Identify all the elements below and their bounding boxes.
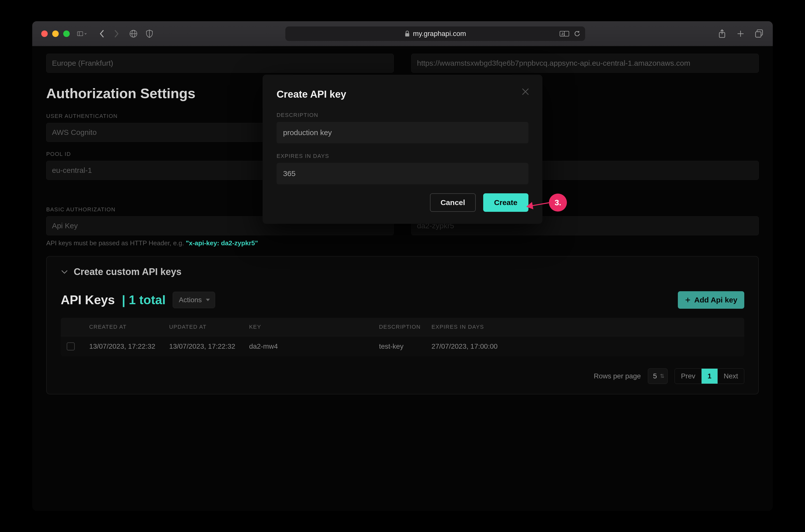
modal-close-button[interactable] <box>521 87 530 97</box>
actions-label: Actions <box>179 296 202 304</box>
col-description: DESCRIPTION <box>379 324 431 330</box>
cell-desc: test-key <box>379 342 431 350</box>
annotation-step-3: 3. <box>527 194 567 212</box>
close-icon <box>521 87 530 96</box>
endpoint-field: https://wwamstsxwbgd3fqe6b7pnpbvcq.appsy… <box>411 54 759 73</box>
api-keys-panel: Create custom API keys API Keys | 1 tota… <box>46 256 759 394</box>
browser-chrome: my.graphapi.com あ <box>32 21 773 46</box>
table-row[interactable]: 13/07/2023, 17:22:32 13/07/2023, 17:22:3… <box>61 336 744 356</box>
translate-icon[interactable]: あ <box>560 30 569 37</box>
next-page-button[interactable]: Next <box>718 369 744 384</box>
svg-rect-6 <box>405 33 409 36</box>
panel-toggle[interactable]: Create custom API keys <box>61 266 744 277</box>
prev-page-button[interactable]: Prev <box>675 369 701 384</box>
description-label: DESCRIPTION <box>277 112 528 118</box>
close-window-button[interactable] <box>41 31 48 37</box>
svg-rect-8 <box>564 31 569 36</box>
helper-text: API keys must be passed as HTTP Header, … <box>46 239 394 247</box>
col-created: CREATED AT <box>89 324 169 330</box>
new-tab-button[interactable] <box>736 29 745 38</box>
url-text: my.graphapi.com <box>413 30 466 38</box>
shield-icon <box>146 30 153 38</box>
lock-icon <box>405 31 410 37</box>
website-settings-button[interactable] <box>129 29 138 38</box>
arrow-icon <box>528 202 550 207</box>
browser-window: my.graphapi.com あ Europe (Fran <box>32 21 773 511</box>
panel-toggle-label: Create custom API keys <box>74 266 182 277</box>
add-api-key-button[interactable]: Add Api key <box>678 291 744 309</box>
cell-key: da2-mw4 <box>249 342 379 350</box>
reload-icon[interactable] <box>574 30 581 37</box>
rows-per-page-label: Rows per page <box>594 372 641 380</box>
cell-updated: 13/07/2023, 17:22:32 <box>169 342 249 350</box>
cell-expires: 27/07/2023, 17:00:00 <box>431 342 744 350</box>
address-bar[interactable]: my.graphapi.com あ <box>285 26 585 41</box>
create-api-key-modal: Create API key DESCRIPTION EXPIRES IN DA… <box>263 75 542 224</box>
expires-label: EXPIRES IN DAYS <box>277 153 528 159</box>
sidebar-button[interactable] <box>77 29 87 38</box>
tabs-icon <box>755 30 763 38</box>
share-icon <box>718 29 726 38</box>
back-button[interactable] <box>97 29 107 38</box>
tabs-button[interactable] <box>754 29 764 38</box>
cell-created: 13/07/2023, 17:22:32 <box>89 342 169 350</box>
modal-title: Create API key <box>277 89 528 100</box>
helper-code: "x-api-key: da2-zypkr5" <box>186 239 258 247</box>
chevron-down-icon <box>85 32 87 36</box>
region-field: Europe (Frankfurt) <box>46 54 394 73</box>
rows-per-page-select[interactable]: 5 <box>648 368 668 384</box>
add-api-key-label: Add Api key <box>694 296 737 304</box>
plus-icon <box>685 297 691 303</box>
privacy-report-button[interactable] <box>145 29 154 38</box>
chevron-down-icon <box>61 269 68 274</box>
svg-rect-0 <box>77 32 83 36</box>
col-key: KEY <box>249 324 379 330</box>
minimize-window-button[interactable] <box>52 31 59 37</box>
description-input[interactable] <box>277 122 528 144</box>
create-button[interactable]: Create <box>483 193 528 212</box>
row-checkbox[interactable] <box>67 342 75 350</box>
expires-input[interactable] <box>277 163 528 184</box>
traffic-lights <box>41 31 70 37</box>
api-keys-count: | 1 total <box>122 293 166 307</box>
actions-dropdown[interactable]: Actions <box>173 292 215 308</box>
step-badge: 3. <box>549 194 567 212</box>
api-keys-table: CREATED AT UPDATED AT KEY DESCRIPTION EX… <box>61 318 744 356</box>
page-number-1[interactable]: 1 <box>701 369 718 384</box>
pagination: Rows per page 5 Prev 1 Next <box>61 368 744 384</box>
plus-icon <box>737 30 744 37</box>
svg-text:あ: あ <box>561 32 565 36</box>
page-nav: Prev 1 Next <box>675 368 744 384</box>
svg-rect-14 <box>755 32 761 37</box>
sidebar-icon <box>77 30 83 37</box>
api-keys-heading: API Keys <box>61 293 115 307</box>
page-content: Europe (Frankfurt) https://wwamstsxwbgd3… <box>32 46 773 511</box>
table-header: CREATED AT UPDATED AT KEY DESCRIPTION EX… <box>61 318 744 336</box>
chevron-left-icon <box>99 30 105 38</box>
chevron-right-icon <box>113 30 119 38</box>
forward-button[interactable] <box>112 29 121 38</box>
cancel-button[interactable]: Cancel <box>430 193 475 212</box>
maximize-window-button[interactable] <box>63 31 70 37</box>
share-button[interactable] <box>717 29 727 38</box>
globe-icon <box>129 30 138 38</box>
col-expires: EXPIRES IN DAYS <box>431 324 744 330</box>
col-updated: UPDATED AT <box>169 324 249 330</box>
